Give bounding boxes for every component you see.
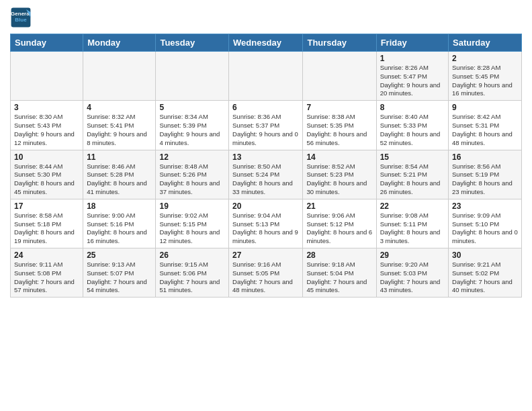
calendar-cell: 4Sunrise: 8:32 AMSunset: 5:41 PMDaylight… [83, 101, 156, 150]
day-info: Sunrise: 8:42 AMSunset: 5:31 PMDaylight:… [452, 113, 518, 147]
day-info: Sunrise: 9:04 AMSunset: 5:13 PMDaylight:… [232, 212, 299, 246]
day-info: Sunrise: 9:16 AMSunset: 5:05 PMDaylight:… [232, 261, 299, 295]
day-number: 16 [452, 152, 518, 162]
day-number: 23 [452, 201, 518, 211]
calendar-cell [83, 52, 156, 101]
day-number: 1 [380, 54, 445, 63]
day-info: Sunrise: 8:36 AMSunset: 5:37 PMDaylight:… [232, 113, 299, 147]
day-number: 3 [14, 103, 79, 112]
day-number: 5 [159, 103, 225, 112]
calendar-cell [229, 52, 303, 101]
day-number: 17 [14, 201, 79, 211]
day-info: Sunrise: 8:58 AMSunset: 5:18 PMDaylight:… [14, 212, 79, 246]
calendar-cell: 7Sunrise: 8:38 AMSunset: 5:35 PMDaylight… [303, 101, 376, 150]
calendar-cell: 8Sunrise: 8:40 AMSunset: 5:33 PMDaylight… [376, 101, 448, 150]
calendar-cell: 13Sunrise: 8:50 AMSunset: 5:24 PMDayligh… [229, 150, 303, 199]
calendar-cell: 18Sunrise: 9:00 AMSunset: 5:16 PMDayligh… [83, 199, 156, 248]
day-info: Sunrise: 8:54 AMSunset: 5:21 PMDaylight:… [380, 163, 445, 197]
day-info: Sunrise: 8:48 AMSunset: 5:26 PMDaylight:… [159, 163, 225, 197]
day-number: 9 [452, 103, 518, 112]
calendar-cell: 22Sunrise: 9:08 AMSunset: 5:11 PMDayligh… [376, 199, 448, 248]
calendar-row: 1Sunrise: 8:26 AMSunset: 5:47 PMDaylight… [11, 52, 522, 101]
day-info: Sunrise: 8:40 AMSunset: 5:33 PMDaylight:… [380, 113, 445, 147]
svg-text:Blue: Blue [15, 17, 27, 23]
calendar-cell: 14Sunrise: 8:52 AMSunset: 5:23 PMDayligh… [303, 150, 376, 199]
calendar-cell: 2Sunrise: 8:28 AMSunset: 5:45 PMDaylight… [449, 52, 522, 101]
calendar-cell: 16Sunrise: 8:56 AMSunset: 5:19 PMDayligh… [449, 150, 522, 199]
calendar-cell: 21Sunrise: 9:06 AMSunset: 5:12 PMDayligh… [303, 199, 376, 248]
calendar-cell [156, 52, 229, 101]
day-number: 24 [14, 250, 79, 260]
header-day: Friday [376, 34, 448, 52]
day-info: Sunrise: 9:08 AMSunset: 5:11 PMDaylight:… [380, 212, 445, 246]
day-info: Sunrise: 9:13 AMSunset: 5:07 PMDaylight:… [87, 261, 152, 295]
calendar-cell: 5Sunrise: 8:34 AMSunset: 5:39 PMDaylight… [156, 101, 229, 150]
day-number: 2 [452, 54, 518, 63]
day-number: 4 [87, 103, 152, 112]
calendar-header: SundayMondayTuesdayWednesdayThursdayFrid… [11, 34, 522, 52]
day-number: 29 [380, 250, 445, 260]
day-number: 25 [87, 250, 152, 260]
day-info: Sunrise: 8:56 AMSunset: 5:19 PMDaylight:… [452, 163, 518, 197]
day-info: Sunrise: 9:02 AMSunset: 5:15 PMDaylight:… [159, 212, 225, 246]
header-day: Tuesday [156, 34, 229, 52]
header-day: Monday [83, 34, 156, 52]
calendar-cell: 23Sunrise: 9:09 AMSunset: 5:10 PMDayligh… [449, 199, 522, 248]
day-number: 22 [380, 201, 445, 211]
day-info: Sunrise: 9:11 AMSunset: 5:08 PMDaylight:… [14, 261, 79, 295]
calendar-cell: 30Sunrise: 9:21 AMSunset: 5:02 PMDayligh… [449, 248, 522, 298]
calendar-row: 10Sunrise: 8:44 AMSunset: 5:30 PMDayligh… [11, 150, 522, 199]
calendar-cell: 10Sunrise: 8:44 AMSunset: 5:30 PMDayligh… [11, 150, 83, 199]
day-info: Sunrise: 8:32 AMSunset: 5:41 PMDaylight:… [87, 113, 152, 147]
header-day: Wednesday [229, 34, 303, 52]
logo: General Blue [10, 7, 34, 28]
day-number: 6 [232, 103, 299, 112]
day-info: Sunrise: 9:00 AMSunset: 5:16 PMDaylight:… [87, 212, 152, 246]
calendar-cell: 15Sunrise: 8:54 AMSunset: 5:21 PMDayligh… [376, 150, 448, 199]
header-row: SundayMondayTuesdayWednesdayThursdayFrid… [11, 34, 522, 52]
calendar-cell: 26Sunrise: 9:15 AMSunset: 5:06 PMDayligh… [156, 248, 229, 298]
day-info: Sunrise: 8:46 AMSunset: 5:28 PMDaylight:… [87, 163, 152, 197]
day-info: Sunrise: 8:28 AMSunset: 5:45 PMDaylight:… [452, 64, 518, 98]
calendar-cell: 6Sunrise: 8:36 AMSunset: 5:37 PMDaylight… [229, 101, 303, 150]
day-info: Sunrise: 8:52 AMSunset: 5:23 PMDaylight:… [306, 163, 372, 197]
day-number: 28 [306, 250, 372, 260]
calendar-cell: 28Sunrise: 9:18 AMSunset: 5:04 PMDayligh… [303, 248, 376, 298]
day-number: 11 [87, 152, 152, 162]
calendar-cell: 25Sunrise: 9:13 AMSunset: 5:07 PMDayligh… [83, 248, 156, 298]
calendar-cell: 17Sunrise: 8:58 AMSunset: 5:18 PMDayligh… [11, 199, 83, 248]
page-header: General Blue [10, 7, 522, 28]
day-info: Sunrise: 9:06 AMSunset: 5:12 PMDaylight:… [306, 212, 372, 246]
day-number: 13 [232, 152, 299, 162]
day-number: 20 [232, 201, 299, 211]
calendar-cell: 9Sunrise: 8:42 AMSunset: 5:31 PMDaylight… [449, 101, 522, 150]
day-info: Sunrise: 8:50 AMSunset: 5:24 PMDaylight:… [232, 163, 299, 197]
day-info: Sunrise: 9:21 AMSunset: 5:02 PMDaylight:… [452, 261, 518, 295]
calendar-cell: 11Sunrise: 8:46 AMSunset: 5:28 PMDayligh… [83, 150, 156, 199]
calendar-table: SundayMondayTuesdayWednesdayThursdayFrid… [10, 34, 522, 298]
calendar-cell: 3Sunrise: 8:30 AMSunset: 5:43 PMDaylight… [11, 101, 83, 150]
day-info: Sunrise: 9:18 AMSunset: 5:04 PMDaylight:… [306, 261, 372, 295]
calendar-cell [303, 52, 376, 101]
calendar-cell: 12Sunrise: 8:48 AMSunset: 5:26 PMDayligh… [156, 150, 229, 199]
day-info: Sunrise: 8:44 AMSunset: 5:30 PMDaylight:… [14, 163, 79, 197]
header-day: Sunday [11, 34, 83, 52]
day-info: Sunrise: 8:38 AMSunset: 5:35 PMDaylight:… [306, 113, 372, 147]
calendar-cell [11, 52, 83, 101]
day-number: 30 [452, 250, 518, 260]
day-number: 27 [232, 250, 299, 260]
day-number: 15 [380, 152, 445, 162]
calendar-cell: 19Sunrise: 9:02 AMSunset: 5:15 PMDayligh… [156, 199, 229, 248]
day-number: 19 [159, 201, 225, 211]
day-number: 21 [306, 201, 372, 211]
calendar-cell: 1Sunrise: 8:26 AMSunset: 5:47 PMDaylight… [376, 52, 448, 101]
page-container: General Blue SundayMondayTuesdayWednesda… [0, 0, 532, 304]
calendar-row: 17Sunrise: 8:58 AMSunset: 5:18 PMDayligh… [11, 199, 522, 248]
logo-icon: General Blue [10, 7, 32, 28]
header-day: Thursday [303, 34, 376, 52]
calendar-row: 3Sunrise: 8:30 AMSunset: 5:43 PMDaylight… [11, 101, 522, 150]
header-day: Saturday [449, 34, 522, 52]
day-number: 12 [159, 152, 225, 162]
day-number: 26 [159, 250, 225, 260]
calendar-body: 1Sunrise: 8:26 AMSunset: 5:47 PMDaylight… [11, 52, 522, 298]
